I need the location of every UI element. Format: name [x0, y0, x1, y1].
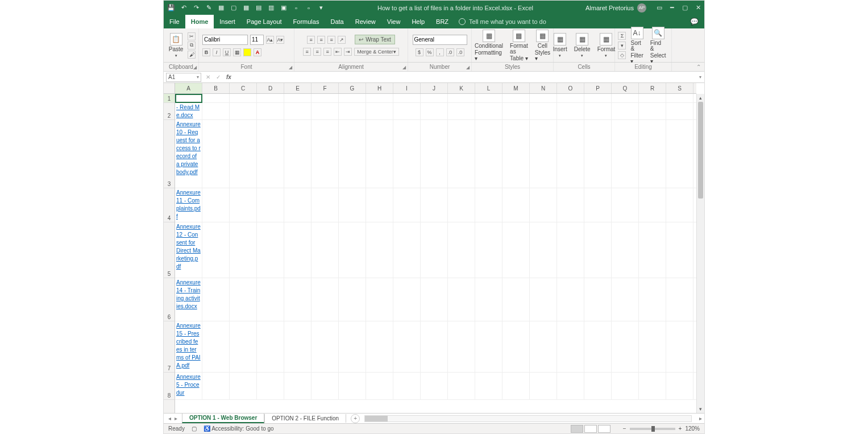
- cell[interactable]: [202, 103, 230, 120]
- cell[interactable]: [448, 373, 475, 400]
- column-header[interactable]: P: [584, 83, 612, 93]
- column-header[interactable]: G: [339, 83, 366, 93]
- comma-icon[interactable]: ,: [436, 48, 444, 56]
- cell[interactable]: [475, 373, 502, 400]
- cell[interactable]: [530, 222, 557, 278]
- cell[interactable]: [366, 103, 393, 120]
- cell[interactable]: [366, 373, 393, 400]
- tab-file[interactable]: File: [164, 15, 185, 28]
- cell[interactable]: Annexure 12 - Consent for Direct Marketi…: [175, 222, 202, 278]
- cell[interactable]: [339, 103, 366, 120]
- column-header[interactable]: Q: [612, 83, 639, 93]
- cell[interactable]: [230, 120, 257, 188]
- macro-record-icon[interactable]: ▢: [192, 425, 197, 432]
- increase-font-icon[interactable]: A▴: [266, 36, 274, 44]
- cell[interactable]: [557, 188, 584, 222]
- cell[interactable]: [475, 103, 502, 120]
- cell[interactable]: [202, 94, 230, 103]
- cell[interactable]: [421, 120, 448, 188]
- cell[interactable]: [584, 373, 612, 400]
- cell[interactable]: [639, 94, 666, 103]
- row-header[interactable]: 3: [164, 120, 175, 188]
- column-header[interactable]: B: [202, 83, 230, 93]
- format-cells-button[interactable]: ▦ Format ▾: [595, 33, 618, 57]
- delete-cells-button[interactable]: ▦ Delete ▾: [572, 33, 593, 57]
- cell[interactable]: [557, 373, 584, 400]
- enter-formula-icon[interactable]: ✓: [216, 74, 221, 80]
- cell[interactable]: [584, 278, 612, 321]
- minimize-icon[interactable]: ━: [670, 4, 674, 11]
- cell[interactable]: [393, 94, 421, 103]
- cell[interactable]: [530, 321, 557, 373]
- copy-icon[interactable]: ⧉: [188, 42, 196, 49]
- cell[interactable]: [421, 94, 448, 103]
- row-header[interactable]: 8: [164, 373, 175, 400]
- cell[interactable]: [666, 222, 693, 278]
- align-left-icon[interactable]: ≡: [303, 48, 311, 56]
- cell[interactable]: [393, 373, 421, 400]
- paste-button[interactable]: 📋 Paste ▾: [167, 33, 186, 57]
- cell[interactable]: [230, 103, 257, 120]
- zoom-in-button[interactable]: +: [679, 425, 682, 432]
- cell[interactable]: [230, 188, 257, 222]
- cell[interactable]: [284, 222, 312, 278]
- formula-input[interactable]: [235, 73, 696, 82]
- align-top-icon[interactable]: ≡: [307, 36, 315, 44]
- border-icon-1[interactable]: ▢: [230, 4, 238, 12]
- ribbon-options-icon[interactable]: ▭: [657, 4, 662, 11]
- name-box[interactable]: A1 ▾: [166, 73, 201, 82]
- cell[interactable]: [257, 278, 284, 321]
- cell[interactable]: [339, 278, 366, 321]
- cell[interactable]: [448, 321, 475, 373]
- font-name-input[interactable]: [202, 35, 248, 45]
- cell[interactable]: [366, 188, 393, 222]
- cell[interactable]: [475, 321, 502, 373]
- cell[interactable]: [666, 120, 693, 188]
- cell[interactable]: [366, 278, 393, 321]
- cell[interactable]: [448, 222, 475, 278]
- conditional-formatting-button[interactable]: ▦ Conditional Formatting ▾: [472, 30, 505, 61]
- column-header[interactable]: E: [284, 83, 312, 93]
- sheet-tab-option2[interactable]: OPTION 2 - FILE Function: [264, 414, 346, 423]
- row-header[interactable]: 1: [164, 94, 175, 103]
- cell[interactable]: [557, 321, 584, 373]
- cell[interactable]: [312, 120, 339, 188]
- cell[interactable]: [366, 222, 393, 278]
- accounting-icon[interactable]: $: [416, 48, 423, 56]
- share-icon[interactable]: 💬: [684, 15, 704, 28]
- horizontal-scrollbar[interactable]: [364, 415, 692, 422]
- cell[interactable]: [339, 373, 366, 400]
- cell[interactable]: [639, 103, 666, 120]
- insert-cells-button[interactable]: ▦ Insert ▾: [551, 33, 570, 57]
- row-header[interactable]: 6: [164, 278, 175, 321]
- tab-brz[interactable]: BRZ: [430, 15, 454, 28]
- tab-page-layout[interactable]: Page Layout: [241, 15, 288, 28]
- cell[interactable]: [284, 373, 312, 400]
- cell[interactable]: [284, 103, 312, 120]
- dialog-launcher-icon[interactable]: ◢: [466, 65, 470, 70]
- qat-icon-2[interactable]: ▫: [292, 4, 300, 12]
- vertical-scrollbar[interactable]: ▴ ▾: [696, 94, 704, 413]
- save-icon[interactable]: 💾: [167, 4, 175, 12]
- column-header[interactable]: A: [175, 83, 202, 93]
- cell[interactable]: [230, 278, 257, 321]
- camera-icon[interactable]: ▣: [280, 4, 288, 12]
- cell[interactable]: [230, 321, 257, 373]
- cell[interactable]: [284, 188, 312, 222]
- cell[interactable]: [530, 373, 557, 400]
- cell[interactable]: [584, 188, 612, 222]
- cell[interactable]: [312, 321, 339, 373]
- cell[interactable]: [202, 373, 230, 400]
- cell[interactable]: [502, 321, 530, 373]
- tab-data[interactable]: Data: [325, 15, 349, 28]
- cell[interactable]: [366, 120, 393, 188]
- cell[interactable]: [421, 373, 448, 400]
- hscroll-right-icon[interactable]: ▸: [696, 415, 704, 421]
- cell[interactable]: [202, 188, 230, 222]
- cell[interactable]: Annexure 11 - Complaints.pdf: [175, 188, 202, 222]
- row-header[interactable]: 7: [164, 321, 175, 373]
- cell[interactable]: [175, 94, 202, 103]
- tab-insert[interactable]: Insert: [214, 15, 241, 28]
- italic-button[interactable]: I: [213, 48, 221, 56]
- tab-view[interactable]: View: [381, 15, 406, 28]
